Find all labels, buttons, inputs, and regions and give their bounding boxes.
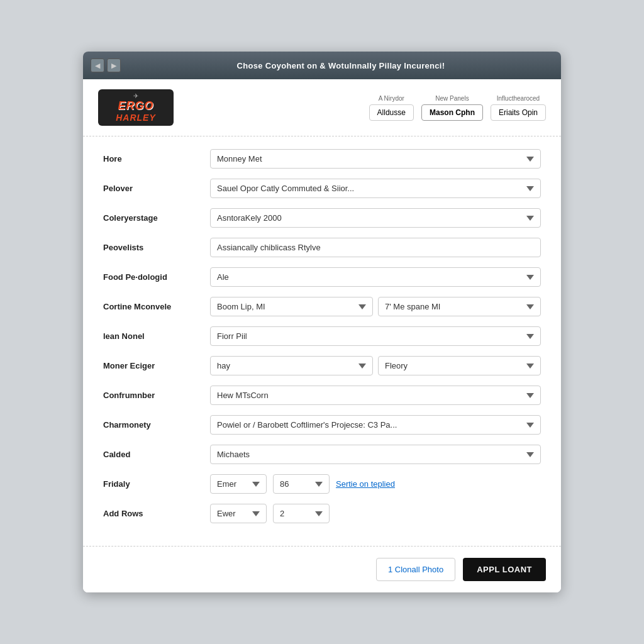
label-charmonety: Charmonety <box>103 420 204 430</box>
label-coleryerstage: Coleryerstage <box>103 213 204 223</box>
label-calded: Calded <box>103 450 204 459</box>
tab2-button[interactable]: Mason Cphn <box>421 104 483 121</box>
label-moner: Moner Eciger <box>103 361 204 370</box>
logo-area: ✈ ERGO HARLEY <box>98 89 174 126</box>
forward-button[interactable]: ▶ <box>107 58 121 72</box>
back-button[interactable]: ◀ <box>91 58 104 72</box>
form-row-cortine: Cortine Mconvele Boom Lip, MI 7' Me span… <box>103 297 541 316</box>
label-cortine: Cortine Mconvele <box>103 302 204 311</box>
logo-harley: HARLEY <box>116 113 156 123</box>
tab3-button[interactable]: Eriaits Opin <box>491 104 546 121</box>
logo-box: ✈ ERGO HARLEY <box>98 89 174 126</box>
titlebar: ◀ ▶ Chose Coyohent on & Wotulnnally Pill… <box>83 52 561 79</box>
form-row-peovelists: Peovelists <box>103 238 541 257</box>
select-cortine-b[interactable]: 7' Me spane MI <box>378 297 541 316</box>
select-moner-a[interactable]: hay <box>210 356 373 375</box>
select-addrows-b[interactable]: 2 <box>273 504 330 523</box>
window-title: Chose Coyohent on & Wotulnnally Pillay I… <box>128 61 553 70</box>
cortine-pair: Boom Lip, MI 7' Me spane MI <box>210 297 541 316</box>
select-calded[interactable]: Michaets <box>210 445 541 464</box>
select-coleryerstage[interactable]: AsntoraKely 2000 <box>210 208 541 228</box>
fridaly-link[interactable]: Sertie on teplied <box>336 479 395 489</box>
content-area: ✈ ERGO HARLEY A Nirydor Alldusse New Pan… <box>83 79 561 592</box>
select-charmonety[interactable]: Powiel or / Barobett Coftlimer's Projecs… <box>210 415 541 435</box>
nav-tabs: A Nirydor Alldusse New Panels Mason Cphn… <box>369 95 546 121</box>
tab1-label: A Nirydor <box>379 95 404 102</box>
select-pelover[interactable]: Sauel Opor Catly Commuted & Siior... <box>210 179 541 198</box>
form-row-pelover: Pelover Sauel Opor Catly Commuted & Siio… <box>103 179 541 198</box>
form-row-lean: lean Nonel Fiorr Piil <box>103 326 541 346</box>
moner-pair: hay Fleory <box>210 356 541 375</box>
form-section: Hore Monney Met Pelover Sauel Opor Catly… <box>83 136 561 546</box>
form-row-calded: Calded Michaets <box>103 445 541 464</box>
label-fridaly: Fridaly <box>103 479 204 489</box>
logo-wing-icon: ✈ <box>133 92 138 99</box>
form-row-addrows: Add Rows Ewer 2 <box>103 504 541 523</box>
tab1-button[interactable]: Alldusse <box>369 104 414 121</box>
tab-group-1: A Nirydor Alldusse <box>369 95 414 121</box>
label-food: Food Pe·dologid <box>103 272 204 282</box>
select-confrumnber[interactable]: Hew MTsCorn <box>210 386 541 405</box>
select-addrows-a[interactable]: Ewer <box>210 504 267 523</box>
label-lean: lean Nonel <box>103 331 204 341</box>
header-section: ✈ ERGO HARLEY A Nirydor Alldusse New Pan… <box>83 79 561 136</box>
select-food[interactable]: Ale <box>210 267 541 287</box>
input-peovelists[interactable] <box>210 238 541 257</box>
tab-group-2: New Panels Mason Cphn <box>421 95 483 121</box>
tab-group-3: Influcthearoced Eriaits Opin <box>491 95 546 121</box>
label-peovelists: Peovelists <box>103 243 204 252</box>
select-moner-b[interactable]: Fleory <box>378 356 541 375</box>
select-cortine-a[interactable]: Boom Lip, MI <box>210 297 373 316</box>
logo-ergo: ERGO <box>118 99 153 113</box>
form-row-confrumnber: Confrumnber Hew MTsCorn <box>103 386 541 405</box>
form-row-charmonety: Charmonety Powiel or / Barobett Coftlime… <box>103 415 541 435</box>
select-fridaly-b[interactable]: 86 <box>273 474 330 494</box>
label-confrumnber: Confrumnber <box>103 391 204 400</box>
form-row-hore: Hore Monney Met <box>103 149 541 169</box>
footer-section: 1 Clonall Photo APPL LOANT <box>83 546 561 592</box>
label-addrows: Add Rows <box>103 509 204 518</box>
select-hore[interactable]: Monney Met <box>210 149 541 169</box>
label-pelover: Pelover <box>103 184 204 193</box>
titlebar-controls: ◀ ▶ <box>91 58 121 72</box>
tab3-label: Influcthearoced <box>497 95 540 102</box>
select-fridaly-a[interactable]: Emer <box>210 474 267 494</box>
form-row-coleryerstage: Coleryerstage AsntoraKely 2000 <box>103 208 541 228</box>
tab2-label: New Panels <box>435 95 469 102</box>
secondary-button[interactable]: 1 Clonall Photo <box>376 558 455 581</box>
select-lean[interactable]: Fiorr Piil <box>210 326 541 346</box>
main-window: ◀ ▶ Chose Coyohent on & Wotulnnally Pill… <box>83 52 561 592</box>
form-row-moner: Moner Eciger hay Fleory <box>103 356 541 375</box>
form-row-food: Food Pe·dologid Ale <box>103 267 541 287</box>
label-hore: Hore <box>103 154 204 164</box>
primary-button[interactable]: APPL LOANT <box>463 558 546 581</box>
form-row-fridaly: Fridaly Emer 86 Sertie on teplied <box>103 474 541 494</box>
